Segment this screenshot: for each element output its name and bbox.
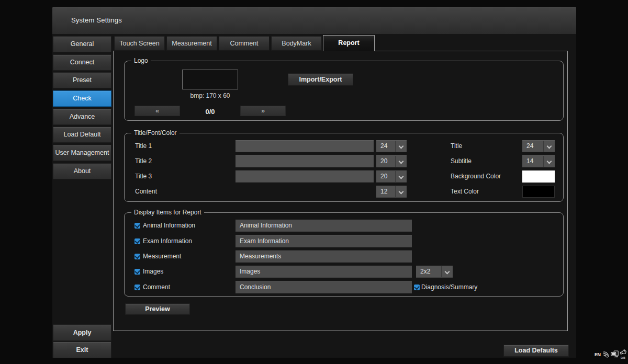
tfc-fontsize-dropdown-title-3-value: 20 <box>380 171 387 182</box>
dialog-titlebar: System Settings <box>52 7 576 34</box>
tfc-row-label-title-2: Title 2 <box>135 155 152 167</box>
sidebar-item-about[interactable]: About <box>53 163 111 179</box>
tab-report[interactable]: Report <box>323 35 375 51</box>
checkbox-exam-information[interactable] <box>134 238 140 244</box>
sidebar-item-check[interactable]: Check <box>53 90 111 107</box>
tfc-right-label-text-color: Text Color <box>451 186 479 198</box>
display-items-group: Display Items for Report Animal Informat… <box>124 212 564 297</box>
tfc-dropdown-title-value: 24 <box>526 141 533 152</box>
display-items-group-title: Display Items for Report <box>131 209 204 217</box>
language-indicator: EN <box>595 352 601 357</box>
chevron-down-icon[interactable] <box>395 141 407 152</box>
logo-preview-box <box>182 70 238 89</box>
display-field-animal-information[interactable]: Animal Information <box>236 220 412 232</box>
report-tab-panel: Logo bmp: 170 x 60 Import/Export « 0/0 »… <box>113 51 568 331</box>
tfc-row-label-title-1: Title 1 <box>135 140 152 152</box>
dual-monitor-icon <box>611 350 619 358</box>
wifi-icon <box>602 350 609 358</box>
tab-bodymark[interactable]: BodyMark <box>271 36 322 51</box>
checkbox-label-comment: Comment <box>143 281 170 293</box>
checkbox-label-images: Images <box>143 266 163 278</box>
tfc-dropdown-title[interactable]: 24 <box>522 140 555 152</box>
sidebar-item-connect[interactable]: Connect <box>53 54 111 71</box>
logo-group-title: Logo <box>131 57 151 65</box>
checkbox-measurement[interactable] <box>134 254 140 259</box>
chevron-down-icon[interactable] <box>395 186 407 197</box>
system-settings-dialog: System Settings GeneralConnectPresetChec… <box>52 7 576 358</box>
sidebar-item-general[interactable]: General <box>53 36 111 52</box>
checkbox-label-measurement: Measurement <box>143 251 181 263</box>
images-layout-dropdown-value: 2x2 <box>420 266 430 277</box>
tfc-fontsize-dropdown-title-3[interactable]: 20 <box>376 170 407 183</box>
import-export-button[interactable]: Import/Export <box>288 73 353 86</box>
logo-prev-button[interactable]: « <box>134 106 180 116</box>
sidebar-item-preset[interactable]: Preset <box>53 72 111 88</box>
checkbox-label-animal-information: Animal Information <box>143 220 195 232</box>
tfc-fontsize-dropdown-title-1-value: 24 <box>380 141 387 152</box>
tfc-input-title-3[interactable] <box>236 170 374 183</box>
chevron-down-icon[interactable] <box>543 141 555 152</box>
tab-comment[interactable]: Comment <box>219 36 270 51</box>
tfc-right-label-background-color: Background Color <box>451 170 501 183</box>
dialog-title: System Settings <box>71 7 122 34</box>
tfc-dropdown-subtitle-value: 14 <box>526 156 533 167</box>
checkbox-label-diagnosis-summary: Diagnosis/Summary <box>421 281 477 293</box>
chevron-down-icon[interactable] <box>441 266 453 277</box>
status-bar: EN 0dB <box>595 349 627 361</box>
text-color-swatch[interactable] <box>522 186 555 198</box>
chevron-down-icon[interactable] <box>395 171 407 182</box>
speaker-icon <box>620 349 627 356</box>
display-field-images[interactable]: Images <box>236 266 412 278</box>
exit-button[interactable]: Exit <box>53 342 111 358</box>
display-field-comment[interactable]: Conclusion <box>236 281 412 293</box>
volume-label: 0dB <box>619 356 627 359</box>
chevron-down-icon[interactable] <box>395 156 407 167</box>
tfc-row-label-title-3: Title 3 <box>135 170 152 183</box>
preview-button[interactable]: Preview <box>125 303 190 315</box>
checkbox-animal-information[interactable] <box>134 223 140 229</box>
tfc-input-title-2[interactable] <box>236 155 374 167</box>
display-field-measurement[interactable]: Measurements <box>236 251 412 263</box>
title-font-color-group: Title/Font/Color Title 124Title 220Title… <box>124 133 564 202</box>
tfc-fontsize-dropdown-title-1[interactable]: 24 <box>376 140 407 152</box>
checkbox-comment[interactable] <box>134 285 140 290</box>
sidebar-item-advance[interactable]: Advance <box>53 109 111 125</box>
tab-base-strip <box>114 51 323 51</box>
tfc-right-label-title: Title <box>451 140 462 152</box>
checkbox-diagnosis-summary[interactable] <box>414 285 420 290</box>
tfc-input-title-1[interactable] <box>236 140 374 152</box>
images-layout-dropdown[interactable]: 2x2 <box>416 266 453 278</box>
logo-pager-count: 0/0 <box>182 108 238 116</box>
tfc-right-label-subtitle: Subtitle <box>451 155 472 167</box>
tab-measurement[interactable]: Measurement <box>166 36 217 51</box>
screen: System Settings GeneralConnectPresetChec… <box>0 0 628 364</box>
display-field-exam-information[interactable]: Exam Information <box>236 235 412 247</box>
logo-size-label: bmp: 170 x 60 <box>172 92 249 99</box>
tfc-dropdown-subtitle[interactable]: 14 <box>522 155 555 167</box>
sidebar-item-load-default[interactable]: Load Default <box>53 127 111 143</box>
logo-group: Logo bmp: 170 x 60 Import/Export « 0/0 » <box>124 61 564 121</box>
title-font-color-group-title: Title/Font/Color <box>131 129 180 137</box>
tfc-row-label-content: Content <box>135 186 157 198</box>
background-color-swatch[interactable] <box>522 170 555 183</box>
tfc-fontsize-dropdown-content-value: 12 <box>380 186 387 197</box>
chevron-down-icon[interactable] <box>543 156 555 167</box>
tfc-fontsize-dropdown-title-2[interactable]: 20 <box>376 155 407 167</box>
checkbox-label-exam-information: Exam Information <box>143 235 192 247</box>
apply-button[interactable]: Apply <box>53 324 111 341</box>
tfc-fontsize-dropdown-title-2-value: 20 <box>380 156 387 167</box>
tab-touch-screen[interactable]: Touch Screen <box>114 36 165 51</box>
tfc-fontsize-dropdown-content[interactable]: 12 <box>376 186 407 198</box>
logo-next-button[interactable]: » <box>240 106 286 116</box>
sidebar-item-user-management[interactable]: User Management <box>53 145 111 161</box>
load-defaults-button[interactable]: Load Defaults <box>503 345 569 357</box>
checkbox-images[interactable] <box>134 269 140 275</box>
